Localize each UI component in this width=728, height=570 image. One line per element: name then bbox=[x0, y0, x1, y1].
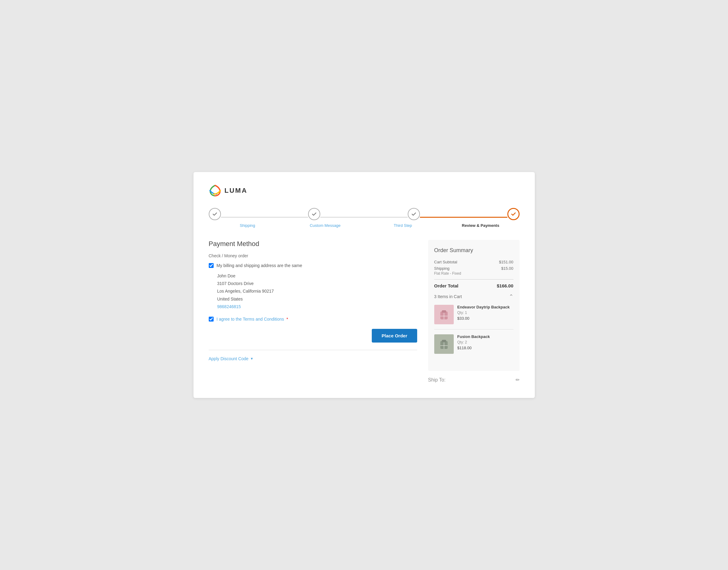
ship-to-row: Ship To: ✏ bbox=[428, 377, 520, 383]
terms-required: * bbox=[287, 317, 288, 321]
cart-item-1-image bbox=[434, 334, 454, 354]
svg-rect-6 bbox=[442, 340, 446, 342]
order-summary-title: Order Summary bbox=[434, 247, 514, 254]
billing-same-label[interactable]: My billing and shipping address are the … bbox=[217, 263, 302, 268]
address-block: John Doe 3107 Doctors Drive Los Angeles,… bbox=[217, 272, 417, 311]
address-city-state-zip: Los Angeles, California 90217 bbox=[217, 287, 417, 295]
order-total-label: Order Total bbox=[434, 283, 459, 288]
step-label-custom-message: Custom Message bbox=[287, 223, 364, 228]
order-total-value: $166.00 bbox=[497, 283, 513, 288]
divider bbox=[209, 350, 417, 350]
left-panel: Payment Method Check / Money order My bi… bbox=[209, 240, 417, 361]
payment-method-label: Check / Money order bbox=[209, 253, 417, 258]
shipping-label: Shipping bbox=[434, 266, 450, 271]
main-layout: Payment Method Check / Money order My bi… bbox=[209, 240, 520, 383]
ship-to-label: Ship To: bbox=[428, 377, 446, 383]
cart-item-1-details: Fusion Backpack Qty: 2 $118.00 bbox=[458, 334, 514, 354]
cart-item-0-qty: Qty: 1 bbox=[458, 311, 514, 315]
connector-3 bbox=[420, 217, 507, 218]
stepper-labels: Shipping Custom Message Third Step Revie… bbox=[209, 223, 520, 228]
cart-item-1-name: Fusion Backpack bbox=[458, 334, 514, 339]
shipping-method: Flat Rate - Fixed bbox=[434, 271, 514, 276]
brand-name: LUMA bbox=[225, 187, 248, 195]
right-panel: Order Summary Cart Subtotal $151.00 Ship… bbox=[428, 240, 520, 383]
connector-1 bbox=[221, 217, 308, 218]
backpack-icon-1 bbox=[438, 308, 450, 321]
terms-label[interactable]: I agree to the Terms and Conditions * bbox=[217, 317, 288, 321]
cart-item-0-image bbox=[434, 305, 454, 324]
backpack-icon-2 bbox=[438, 338, 450, 350]
step-custom-message[interactable] bbox=[308, 208, 320, 220]
shipping-value: $15.00 bbox=[501, 266, 514, 271]
stepper-container: Shipping Custom Message Third Step Revie… bbox=[209, 208, 520, 228]
items-in-cart-header[interactable]: 3 Items in Cart ⌃ bbox=[434, 293, 514, 300]
cart-subtotal-row: Cart Subtotal $151.00 bbox=[434, 260, 514, 264]
items-in-cart-label: 3 Items in Cart bbox=[434, 294, 462, 299]
cart-item-0-name: Endeavor Daytrip Backpack bbox=[458, 305, 514, 309]
billing-same-checkbox[interactable] bbox=[209, 263, 214, 268]
shipping-row: Shipping $15.00 Flat Rate - Fixed bbox=[434, 266, 514, 276]
edit-icon[interactable]: ✏ bbox=[516, 377, 520, 383]
step-label-shipping: Shipping bbox=[209, 223, 287, 228]
checkout-card: LUMA bbox=[193, 172, 535, 398]
step-circle-third-step bbox=[408, 208, 420, 220]
cart-item-0-price: $33.00 bbox=[458, 316, 514, 321]
summary-divider bbox=[434, 279, 514, 280]
step-label-review-payments: Review & Payments bbox=[442, 223, 520, 228]
luma-logo-icon bbox=[209, 184, 221, 197]
step-label-third-step: Third Step bbox=[364, 223, 442, 228]
step-circle-review-payments bbox=[507, 208, 520, 220]
svg-rect-2 bbox=[442, 310, 446, 313]
order-summary-box: Order Summary Cart Subtotal $151.00 Ship… bbox=[428, 240, 520, 371]
step-circle-shipping bbox=[209, 208, 221, 220]
chevron-down-icon: ▾ bbox=[251, 356, 253, 361]
items-in-cart-toggle-icon: ⌃ bbox=[509, 293, 514, 300]
stepper-track bbox=[209, 208, 520, 220]
shipping-top: Shipping $15.00 bbox=[434, 266, 514, 271]
connector-2 bbox=[320, 217, 408, 218]
address-phone[interactable]: 9868246815 bbox=[217, 303, 417, 311]
place-order-button[interactable]: Place Order bbox=[372, 329, 417, 342]
billing-same-row: My billing and shipping address are the … bbox=[209, 263, 417, 268]
address-country: United States bbox=[217, 295, 417, 303]
step-third-step[interactable] bbox=[408, 208, 420, 220]
terms-row: I agree to the Terms and Conditions * bbox=[209, 317, 417, 321]
step-circle-custom-message bbox=[308, 208, 320, 220]
cart-item-1: Fusion Backpack Qty: 2 $118.00 bbox=[434, 334, 514, 359]
step-review-payments[interactable] bbox=[507, 208, 520, 220]
payment-method-title: Payment Method bbox=[209, 240, 417, 248]
step-shipping[interactable] bbox=[209, 208, 221, 220]
logo-area: LUMA bbox=[209, 184, 520, 197]
discount-row[interactable]: Apply Discount Code ▾ bbox=[209, 356, 417, 361]
discount-label: Apply Discount Code bbox=[209, 356, 249, 361]
terms-checkbox[interactable] bbox=[209, 317, 214, 321]
order-total-row: Order Total $166.00 bbox=[434, 283, 514, 288]
address-name: John Doe bbox=[217, 272, 417, 280]
cart-subtotal-value: $151.00 bbox=[499, 260, 514, 264]
address-street: 3107 Doctors Drive bbox=[217, 280, 417, 287]
cart-item-0: Endeavor Daytrip Backpack Qty: 1 $33.00 bbox=[434, 305, 514, 329]
cart-item-1-qty: Qty: 2 bbox=[458, 340, 514, 344]
cart-item-0-details: Endeavor Daytrip Backpack Qty: 1 $33.00 bbox=[458, 305, 514, 324]
cart-item-1-price: $118.00 bbox=[458, 346, 514, 350]
cart-subtotal-label: Cart Subtotal bbox=[434, 260, 458, 264]
